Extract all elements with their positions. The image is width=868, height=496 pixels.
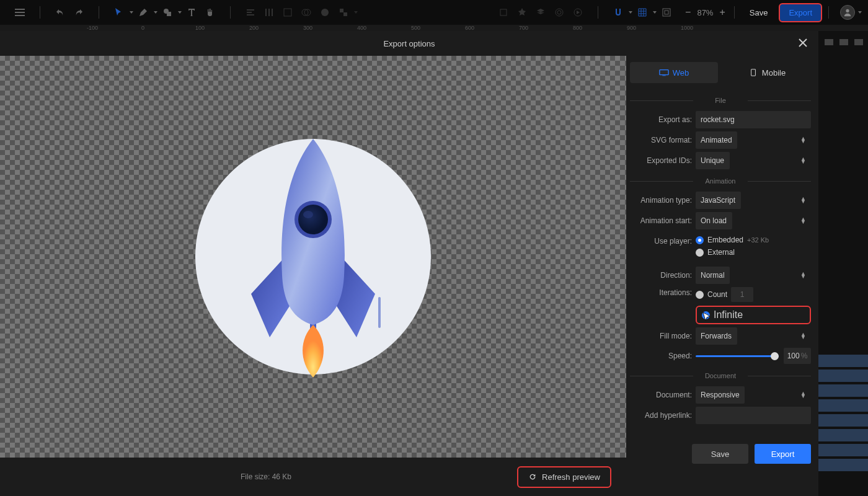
- svg-rect-21: [663, 9, 670, 16]
- iterations-count-radio[interactable]: Count: [696, 287, 811, 302]
- svg-rect-1: [15, 12, 25, 13]
- zoom-in-button[interactable]: +: [717, 7, 727, 18]
- preview-canvas: [0, 56, 626, 458]
- redo-icon[interactable]: [70, 4, 87, 21]
- transform-tool-icon[interactable]: [279, 4, 296, 21]
- pen-tool-icon[interactable]: [135, 4, 152, 21]
- group-tool-icon[interactable]: [335, 4, 352, 21]
- svg-rect-2: [15, 15, 25, 16]
- svg-rect-7: [247, 14, 254, 16]
- svg-rect-17: [500, 9, 507, 16]
- use-player-label: Use player:: [630, 236, 692, 246]
- tab-web[interactable]: Web: [630, 62, 718, 83]
- svg-point-23: [846, 9, 849, 12]
- zoom-out-button[interactable]: −: [683, 7, 693, 18]
- svg-rect-10: [272, 9, 273, 16]
- document-label: Document:: [630, 391, 692, 399]
- view-icon[interactable]: [551, 4, 568, 21]
- mask-tool-icon[interactable]: [316, 4, 334, 21]
- section-file-label: File: [630, 92, 811, 108]
- file-size-label: File size: 46 Kb: [15, 472, 517, 481]
- shape-tool-icon[interactable]: [159, 4, 176, 21]
- rocket-illustration: [195, 139, 431, 374]
- snap-icon[interactable]: [513, 4, 531, 21]
- svg-point-25: [298, 205, 328, 234]
- layers-icon[interactable]: [532, 4, 549, 21]
- monitor-icon: [659, 69, 669, 76]
- player-embedded-radio[interactable]: Embedded +32 Kb: [696, 236, 811, 244]
- avatar[interactable]: [840, 5, 855, 20]
- magnet-icon[interactable]: [609, 4, 627, 21]
- export-button[interactable]: Export: [779, 3, 822, 22]
- svg-rect-27: [378, 297, 381, 328]
- animation-type-select[interactable]: JavaScript: [696, 192, 741, 209]
- zoom-level: 87%: [697, 8, 713, 17]
- radio-dot-icon: [696, 236, 704, 244]
- exported-ids-select[interactable]: Unique: [696, 152, 730, 169]
- speed-label: Speed:: [630, 352, 692, 360]
- hyperlink-label: Add hyperlink:: [630, 411, 692, 420]
- svg-point-18: [557, 11, 561, 14]
- svg-point-19: [556, 9, 563, 16]
- radio-dot-icon: [696, 249, 704, 257]
- save-button[interactable]: Save: [741, 4, 777, 21]
- svg-rect-15: [340, 9, 343, 12]
- animation-start-label: Animation start:: [630, 216, 692, 225]
- section-document-label: Document: [630, 367, 811, 383]
- mobile-icon: [748, 69, 758, 76]
- preview-pane: File size: 46 Kb Refresh preview: [0, 56, 626, 496]
- align-tool-icon[interactable]: [242, 4, 259, 21]
- section-animation-label: Animation: [630, 172, 811, 188]
- direction-select[interactable]: Normal: [696, 267, 730, 284]
- iterations-label: Iterations:: [630, 287, 692, 297]
- refresh-preview-button[interactable]: Refresh preview: [517, 466, 611, 488]
- distribute-tool-icon[interactable]: [260, 4, 278, 21]
- fill-mode-select[interactable]: Forwards: [696, 327, 737, 345]
- svg-rect-9: [268, 9, 270, 16]
- radio-dot-icon: [696, 291, 704, 299]
- sidebar-export-button[interactable]: Export: [755, 444, 811, 464]
- text-tool-icon[interactable]: [183, 4, 200, 21]
- export-modal: Export options: [0, 31, 818, 496]
- player-external-radio[interactable]: External: [696, 248, 811, 257]
- svg-rect-0: [15, 9, 25, 10]
- menu-icon[interactable]: [11, 4, 29, 21]
- svg-rect-11: [284, 9, 291, 16]
- hyperlink-input[interactable]: [696, 407, 811, 424]
- svg-rect-6: [247, 12, 252, 13]
- refresh-icon: [528, 472, 537, 481]
- grid-icon[interactable]: [634, 4, 651, 21]
- boolean-tool-icon[interactable]: [298, 4, 315, 21]
- right-panel-collapsed: [818, 31, 868, 496]
- tab-mobile[interactable]: Mobile: [723, 62, 811, 83]
- iterations-infinite-radio[interactable]: Infinite: [696, 306, 811, 324]
- svg-rect-4: [167, 12, 171, 16]
- cursor-icon: [702, 312, 711, 322]
- svg-rect-29: [662, 75, 665, 76]
- svg-format-select[interactable]: Animated: [696, 131, 737, 149]
- close-button[interactable]: [796, 36, 810, 50]
- animation-type-label: Animation type:: [630, 196, 692, 205]
- toolbar: − 87% + Save Export: [0, 0, 868, 25]
- undo-icon[interactable]: [51, 4, 69, 21]
- hand-tool-icon[interactable]: [202, 4, 219, 21]
- artboard-icon[interactable]: [495, 4, 512, 21]
- exported-ids-label: Exported IDs:: [630, 156, 692, 165]
- document-select[interactable]: Responsive: [696, 386, 745, 404]
- modal-header: Export options: [0, 31, 818, 56]
- sidebar-save-button[interactable]: Save: [692, 444, 748, 464]
- pointer-tool-icon[interactable]: [110, 4, 128, 21]
- direction-label: Direction:: [630, 271, 692, 280]
- export-sidebar: Web Mobile File Export as: SVG format: A…: [626, 56, 818, 496]
- fill-mode-label: Fill mode:: [630, 332, 692, 340]
- export-as-input[interactable]: [696, 111, 811, 128]
- iterations-count-input[interactable]: [731, 287, 753, 302]
- preview-icon[interactable]: [569, 4, 587, 21]
- speed-slider[interactable]: [696, 355, 779, 357]
- fit-icon[interactable]: [658, 4, 675, 21]
- animation-start-select[interactable]: On load: [696, 212, 732, 229]
- svg-point-14: [321, 9, 329, 16]
- speed-value: 100%: [784, 348, 811, 364]
- svg-rect-8: [265, 9, 267, 16]
- svg-rect-22: [665, 11, 668, 14]
